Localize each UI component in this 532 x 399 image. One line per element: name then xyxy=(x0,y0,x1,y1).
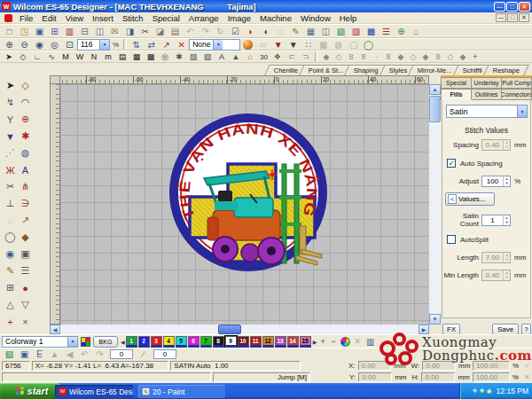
color-swatch[interactable]: 9 xyxy=(225,336,237,348)
tab-fills[interactable]: Fills xyxy=(441,89,472,100)
menu-item[interactable]: View xyxy=(61,13,88,23)
export-icon[interactable]: ✉ xyxy=(107,26,122,37)
color-swatch[interactable]: 2 xyxy=(138,336,150,348)
pin-icon[interactable]: ▼ xyxy=(270,39,286,51)
effects-icon[interactable]: E xyxy=(32,348,47,360)
filter-combo[interactable]: None ▼ xyxy=(189,39,240,51)
applique-icon[interactable]: ⌂ xyxy=(243,51,257,63)
stitch-fx-icon[interactable]: ◆ xyxy=(320,51,332,63)
target-tool-icon[interactable]: ⊕ xyxy=(18,111,33,128)
pencil-tool-icon[interactable]: ✎ xyxy=(3,262,18,279)
mode-tab[interactable]: Reshape xyxy=(483,65,528,75)
zh-tool-icon[interactable]: Ж xyxy=(3,161,18,178)
window-icon[interactable]: ◫ xyxy=(318,26,333,37)
badge-logo[interactable]: THẺ VẬN HÀNH XE NÂNG xyxy=(174,118,323,267)
stitch-num-icon[interactable]: 8 xyxy=(357,51,370,63)
swap-order-icon[interactable]: ⇄ xyxy=(144,39,159,51)
box-faint-icon[interactable]: ▢ xyxy=(346,39,361,51)
chevron-down-icon[interactable]: ▼ xyxy=(213,40,223,50)
mesh-icon[interactable]: ▦ xyxy=(303,26,318,37)
grid-tool-icon[interactable]: ⊞ xyxy=(3,279,18,296)
lasso-tool-icon[interactable]: ◇ xyxy=(18,77,33,94)
copy-icon[interactable]: ◪ xyxy=(153,26,168,37)
tri-down-tool-icon[interactable]: ▽ xyxy=(18,296,33,313)
mdi-close-button[interactable]: ✕ xyxy=(519,13,529,22)
color-swatch[interactable]: 12 xyxy=(262,336,274,348)
auto-spacing-checkbox[interactable]: ✓ xyxy=(447,159,456,168)
new-icon[interactable]: □ xyxy=(2,26,17,37)
travel-count-input[interactable]: 0 xyxy=(110,349,133,359)
undo-icon[interactable]: ↶ xyxy=(183,26,198,37)
zoom-fit-icon[interactable]: ◎ xyxy=(47,39,62,51)
color-ball-icon[interactable] xyxy=(243,40,253,50)
taskbar-item-paint[interactable]: ✎ 20 - Paint xyxy=(138,385,225,398)
save-icon[interactable]: ▣ xyxy=(32,26,47,37)
lines-tool-icon[interactable]: ☰ xyxy=(18,262,33,279)
menu-item[interactable]: Insert xyxy=(88,13,118,23)
ruler-origin-box[interactable] xyxy=(50,75,60,84)
grid-faint-icon[interactable]: ▦ xyxy=(316,39,331,51)
values-button[interactable]: < Values... xyxy=(445,192,495,206)
palette-scroll-left-icon[interactable]: ◀ xyxy=(121,339,125,345)
photo-blue-icon[interactable]: ▩ xyxy=(364,26,379,37)
color-swatch[interactable]: 5 xyxy=(176,336,187,348)
zap-tool-icon[interactable]: ↯ xyxy=(3,94,18,111)
menu-item[interactable]: Special xyxy=(148,13,184,23)
stitch-fx-icon[interactable]: ◆ xyxy=(457,51,469,63)
stitch-fx-icon[interactable]: ◆ xyxy=(395,51,407,63)
colorway-editor-icon[interactable] xyxy=(81,337,90,347)
closed-shape-icon[interactable]: ⊃ xyxy=(299,51,313,63)
filter-icon[interactable]: ▼ xyxy=(286,39,301,51)
stitch-dot-icon[interactable]: ∙ xyxy=(370,51,382,63)
flower-tool-icon[interactable]: ✱ xyxy=(18,128,33,145)
remove-filter-icon[interactable]: ✕ xyxy=(174,39,189,51)
resequence-icon[interactable]: ⇅ xyxy=(129,39,144,51)
scroll-up-icon[interactable]: ▲ xyxy=(429,84,441,95)
select-object-icon[interactable]: ☑ xyxy=(228,26,243,37)
motif-icon[interactable]: ◎ xyxy=(158,51,172,63)
horizontal-scroll-thumb[interactable] xyxy=(218,325,241,334)
color-swatch[interactable]: 8 xyxy=(213,336,224,348)
chevron-down-icon[interactable]: ▼ xyxy=(99,40,109,50)
stitch-fx-icon[interactable]: ◆ xyxy=(419,51,432,63)
menu-item[interactable]: File xyxy=(15,13,37,23)
wheel-tool-icon[interactable]: ◍ xyxy=(18,145,33,161)
plus-tool-icon[interactable]: + xyxy=(3,313,18,330)
chevron-down-icon[interactable]: ▼ xyxy=(67,337,77,347)
menu-item[interactable]: Window xyxy=(296,13,335,23)
zigzag-w-icon[interactable]: W xyxy=(73,51,87,63)
dot-tool-icon[interactable]: ● xyxy=(18,279,33,296)
zoom-box-icon[interactable]: ⊡ xyxy=(62,39,77,51)
ring-green-icon[interactable]: ◯ xyxy=(361,39,376,51)
tab-special[interactable]: Special xyxy=(441,77,472,89)
stitch-type-combo[interactable]: Satin ▼ xyxy=(446,105,528,118)
stitch-fx-icon[interactable]: ◇ xyxy=(444,51,457,63)
color-swatch[interactable]: 14 xyxy=(287,336,299,348)
minimize-button[interactable]: — xyxy=(494,2,505,12)
save-small-icon[interactable]: ▣ xyxy=(17,348,32,360)
zoom-1to1-icon[interactable]: ◉ xyxy=(32,39,47,51)
color-swatch[interactable]: 13 xyxy=(275,336,286,348)
tray-network-icon[interactable]: ❖ xyxy=(472,387,477,395)
flag-tool-icon[interactable]: ▼ xyxy=(3,128,18,145)
curve-tool-icon[interactable]: ∿ xyxy=(44,51,59,63)
satin-count-spinner[interactable]: 1 ▲▼ xyxy=(481,215,511,226)
zoom-in-icon[interactable]: ⊕ xyxy=(2,39,17,51)
palette-edit-icon[interactable]: ▥ xyxy=(363,336,378,348)
pattern-icon[interactable]: ▧ xyxy=(200,51,215,63)
ring-tool-icon[interactable]: ◯ xyxy=(3,229,18,246)
branch-icon[interactable]: ↗ xyxy=(159,39,174,51)
overlap-icon[interactable]: ⊕ xyxy=(394,26,409,37)
scroll-left-icon[interactable]: ◀ xyxy=(50,325,60,334)
thread-red-icon[interactable]: ◗ xyxy=(243,26,258,37)
leaf-icon[interactable]: ❖ xyxy=(270,51,285,63)
scenery-icon[interactable]: ▧ xyxy=(333,26,348,37)
scissors-tool-icon[interactable]: ✂ xyxy=(3,178,18,195)
tab-connectors[interactable]: Connectors xyxy=(502,89,532,100)
pointer-tool-icon[interactable]: ➤ xyxy=(3,77,18,94)
thread-outline-icon[interactable]: ◌ xyxy=(273,26,288,37)
star-fill-icon[interactable]: ✱ xyxy=(172,51,186,63)
fill-dense-icon[interactable]: ▩ xyxy=(144,51,158,63)
menu-item[interactable]: Arrange xyxy=(184,13,223,23)
dim-box-icon[interactable]: ▱ xyxy=(255,39,270,51)
